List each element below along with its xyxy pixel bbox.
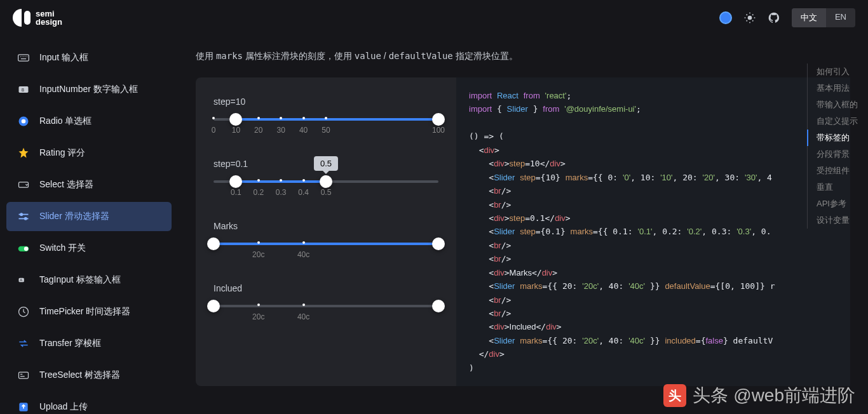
toc-item[interactable]: 带标签的: [807, 130, 858, 146]
sidebar-item-label: Input 输入框: [39, 52, 88, 63]
sidebar-item-label: Switch 开关: [39, 243, 86, 254]
sidebar-item-select[interactable]: Select 选择器: [6, 170, 172, 199]
sidebar-item-label: Select 选择器: [39, 179, 93, 190]
svg-text:A: A: [20, 278, 22, 282]
sidebar-item-label: Transfer 穿梭框: [39, 338, 102, 349]
svg-rect-14: [19, 372, 29, 378]
header: semidesign 中文 EN: [0, 0, 868, 36]
sidebar-item-switch[interactable]: Switch 开关: [6, 234, 172, 263]
logo[interactable]: semidesign: [13, 9, 62, 27]
sidebar-item-star[interactable]: Rating 评分: [6, 138, 172, 168]
upload-icon: [17, 400, 31, 414]
demo-panel: step=1001020304050100step=0.10.50.10.20.…: [196, 77, 850, 386]
slider-label: step=10: [214, 97, 438, 107]
toc-item[interactable]: 自定义提示: [817, 113, 858, 130]
content: 使用 marks 属性标注滑块的刻度，使用 value / defaultVal…: [178, 36, 868, 414]
slider-handle[interactable]: [229, 113, 242, 126]
tag-icon: A: [17, 273, 31, 287]
sidebar-item-tree[interactable]: TreeSelect 树选择器: [6, 361, 172, 390]
logo-text: semidesign: [36, 10, 62, 26]
switch-icon: [17, 241, 31, 255]
sidebar-item-label: Slider 滑动选择器: [39, 211, 109, 222]
language-switch: 中文 EN: [792, 8, 855, 27]
keyboard-icon: [17, 51, 31, 65]
theme-toggle-icon[interactable]: [743, 11, 756, 24]
slider-handle[interactable]: [229, 175, 242, 188]
slider-s1: step=1001020304050100: [214, 97, 438, 136]
svg-point-5: [22, 119, 26, 124]
sidebar-item-label: Upload 上传: [39, 401, 88, 413]
sidebar-item-transfer[interactable]: Transfer 穿梭框: [6, 329, 172, 358]
lang-zh-button[interactable]: 中文: [792, 8, 826, 27]
sidebar-item-label: Rating 评分: [39, 147, 85, 159]
code-panel: import React from 'react'; import { Slid…: [456, 77, 850, 386]
toc-item[interactable]: 带输入框的: [817, 97, 858, 113]
svg-rect-1: [18, 55, 29, 61]
sidebar-item-radio[interactable]: Radio 单选框: [6, 107, 172, 136]
sidebar: Input 输入框8InputNumber 数字输入框Radio 单选框Rati…: [0, 36, 178, 414]
transfer-icon: [17, 337, 31, 351]
radio-icon: [17, 114, 31, 128]
sidebar-item-clock[interactable]: TimePicker 时间选择器: [6, 297, 172, 326]
slider-handle[interactable]: [432, 300, 445, 312]
sidebar-item-tag[interactable]: ATagInput 标签输入框: [6, 265, 172, 295]
svg-point-0: [748, 16, 752, 20]
svg-point-7: [20, 213, 23, 216]
slider-handle[interactable]: [207, 300, 220, 312]
star-icon: [17, 146, 31, 160]
toc-item[interactable]: 设计变量: [817, 212, 858, 229]
slider-handle[interactable]: [320, 175, 332, 188]
header-actions: 中文 EN: [719, 8, 855, 27]
clock-icon: [17, 305, 31, 319]
number-icon: 8: [17, 83, 31, 97]
toc-item[interactable]: 垂直: [817, 179, 858, 196]
theme-color-icon[interactable]: [719, 11, 732, 24]
watermark: 头 头条 @web前端进阶: [663, 384, 855, 408]
svg-point-10: [24, 247, 29, 251]
slider-track[interactable]: 0.5: [214, 180, 438, 183]
svg-text:8: 8: [22, 87, 24, 93]
slider-icon: [17, 210, 31, 224]
sidebar-item-label: TagInput 标签输入框: [39, 274, 121, 286]
toc-item[interactable]: 基本用法: [817, 80, 858, 97]
lang-en-button[interactable]: EN: [826, 8, 855, 27]
section-description: 使用 marks 属性标注滑块的刻度，使用 value / defaultVal…: [178, 51, 868, 77]
slider-track[interactable]: [214, 305, 438, 307]
sidebar-item-keyboard[interactable]: Input 输入框: [6, 43, 172, 72]
watermark-icon: 头: [663, 384, 686, 407]
slider-s2: step=0.10.50.10.20.30.40.5: [214, 159, 438, 198]
sidebar-item-slider[interactable]: Slider 滑动选择器: [6, 202, 172, 231]
slider-track[interactable]: [214, 243, 438, 245]
toc-item[interactable]: API参考: [817, 196, 858, 212]
sidebar-item-label: TreeSelect 树选择器: [39, 370, 120, 381]
slider-tooltip: 0.5: [314, 156, 338, 171]
slider-s3: Marks20c40c: [214, 221, 438, 260]
logo-mark-icon: [13, 9, 31, 27]
slider-s4: Inclued20c40c: [214, 283, 438, 323]
demo-preview: step=1001020304050100step=0.10.50.10.20.…: [196, 77, 456, 386]
slider-handle[interactable]: [432, 237, 445, 250]
slider-track[interactable]: [214, 118, 438, 121]
table-of-contents: 如何引入基本用法带输入框的自定义提示带标签的分段背景受控组件垂直API参考设计变…: [807, 63, 858, 229]
sidebar-item-number[interactable]: 8InputNumber 数字输入框: [6, 75, 172, 104]
toc-item[interactable]: 受控组件: [817, 163, 858, 179]
sidebar-item-label: TimePicker 时间选择器: [39, 306, 130, 317]
tree-icon: [17, 368, 31, 382]
sidebar-item-label: InputNumber 数字输入框: [39, 84, 138, 95]
toc-item[interactable]: 分段背景: [817, 146, 858, 163]
toc-item[interactable]: 如何引入: [817, 63, 858, 80]
github-icon[interactable]: [768, 11, 780, 24]
select-icon: [17, 178, 31, 192]
slider-handle[interactable]: [432, 113, 445, 126]
slider-handle[interactable]: [207, 237, 220, 250]
slider-label: Marks: [214, 221, 438, 231]
slider-label: Inclued: [214, 283, 438, 293]
sidebar-item-label: Radio 单选框: [39, 116, 92, 127]
sidebar-item-upload[interactable]: Upload 上传: [6, 392, 172, 414]
svg-point-8: [24, 217, 27, 220]
